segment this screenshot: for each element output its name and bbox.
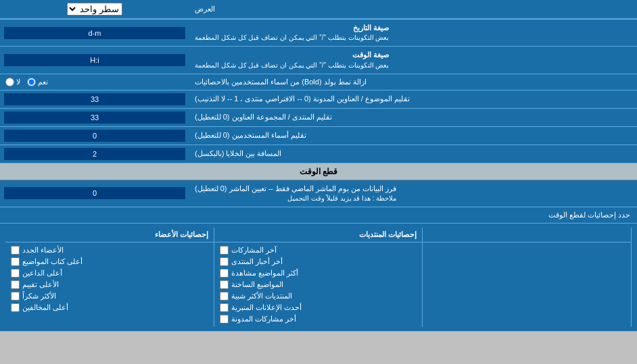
list-item: الأكثر شكراً <box>11 290 208 302</box>
checkbox-most-thanked[interactable] <box>11 292 20 301</box>
fetch-row: فرز البيانات من يوم الماشر الماضي فقط --… <box>0 180 637 207</box>
fetch-label: فرز البيانات من يوم الماشر الماضي فقط --… <box>189 180 637 207</box>
list-item: أخر أخبار المنتدى <box>220 256 417 267</box>
list-item: آخر المشاركات <box>220 244 417 256</box>
forum-topic-label: تقليم الموضوع / العناوين المدونة (0 -- ا… <box>189 90 637 108</box>
forum-group-label: تقليم المنتدى / المجموعة العناوين (0 للت… <box>189 109 637 126</box>
list-item: المنتديات الأكثر شبية <box>220 290 417 302</box>
checkbox-announcements[interactable] <box>220 303 229 312</box>
checkbox-popular-forums[interactable] <box>220 292 229 301</box>
checkbox-forum-news[interactable] <box>220 257 229 266</box>
time-section-title: قطع الوقت <box>0 163 637 180</box>
checkboxes-section: إحصائيات المنتديات إحصائيات الأعضاء آخر … <box>0 224 637 332</box>
date-format-input[interactable] <box>4 27 185 39</box>
bold-yes-label[interactable]: نعم <box>27 78 48 86</box>
bold-row: ازالة نمط بولد (Bold) من اسماء المستخدمي… <box>0 74 637 90</box>
list-item: الأعلى تقييم <box>11 279 208 290</box>
bold-no-label[interactable]: لا <box>5 78 20 86</box>
forum-topic-row: تقليم الموضوع / العناوين المدونة (0 -- ا… <box>0 90 637 109</box>
distance-input[interactable] <box>4 148 185 160</box>
forum-topic-input-container <box>0 90 189 108</box>
checkbox-grid: آخر المشاركات أخر أخبار المنتدى أكثر الم… <box>5 242 632 327</box>
list-item: أحدث الإعلانات المنبرية <box>220 302 417 313</box>
fetch-input-container <box>0 180 189 207</box>
trim-users-input[interactable] <box>4 130 185 142</box>
header-select-container: سطر واحدسطرينثلاثة أسطر <box>0 0 189 18</box>
checkbox-top-rated[interactable] <box>11 280 20 289</box>
list-item: أخر مشاركات المدونة <box>220 313 417 325</box>
checkbox-blog-posts[interactable] <box>220 315 229 323</box>
distance-row: المسافة بين الخلايا (بالبكسل) <box>0 145 637 163</box>
checkbox-headers: إحصائيات المنتديات إحصائيات الأعضاء <box>5 228 632 242</box>
time-format-label: صيغة الوقت بعض التكوينات يتطلب "/" التي … <box>189 47 637 73</box>
trim-users-input-container <box>0 127 189 145</box>
trim-users-row: تقليم أسماء المستخدمين (0 للتعطيل) <box>0 127 637 145</box>
list-item: أعلى كتاب المواضيع <box>11 256 208 267</box>
header-label: العرض <box>189 0 637 18</box>
list-item: أعلى المخالفين <box>11 302 208 313</box>
forum-topic-input[interactable] <box>4 93 185 105</box>
checkbox-col2: آخر المشاركات أخر أخبار المنتدى أكثر الم… <box>214 242 423 327</box>
limit-row: حدد إحصائيات لقطع الوقت <box>0 207 637 224</box>
time-format-input[interactable] <box>4 54 185 66</box>
bold-radio-container: نعم لا <box>0 74 189 90</box>
time-format-input-container <box>0 47 189 73</box>
date-format-input-container <box>0 20 189 46</box>
checkbox-last-posts[interactable] <box>220 246 229 255</box>
distance-label: المسافة بين الخلايا (بالبكسل) <box>189 145 637 163</box>
checkbox-hot-topics[interactable] <box>220 280 229 289</box>
header-row: العرض سطر واحدسطرينثلاثة أسطر <box>0 0 637 20</box>
col1-header: إحصائيات الأعضاء <box>5 228 214 242</box>
time-format-row: صيغة الوقت بعض التكوينات يتطلب "/" التي … <box>0 47 637 74</box>
forum-group-input-container <box>0 109 189 126</box>
fetch-input[interactable] <box>4 187 185 199</box>
date-format-label: صيغة التاريخ بعض التكوينات يتطلب "/" الت… <box>189 20 637 46</box>
distance-input-container <box>0 145 189 163</box>
display-select[interactable]: سطر واحدسطرينثلاثة أسطر <box>67 3 122 16</box>
col3-header <box>423 228 632 242</box>
trim-users-label: تقليم أسماء المستخدمين (0 للتعطيل) <box>189 127 637 145</box>
list-item: أعلى الداعين <box>11 267 208 279</box>
forum-group-row: تقليم المنتدى / المجموعة العناوين (0 للت… <box>0 109 637 127</box>
checkbox-new-members[interactable] <box>11 246 20 255</box>
list-item: المواضيع الساخنة <box>220 279 417 290</box>
checkbox-most-viewed[interactable] <box>220 269 229 278</box>
date-format-row: صيغة التاريخ بعض التكوينات يتطلب "/" الت… <box>0 20 637 47</box>
list-item: الأعضاء الجدد <box>11 244 208 256</box>
checkbox-top-violators[interactable] <box>11 303 20 312</box>
bold-no-radio[interactable] <box>5 78 14 86</box>
checkbox-top-posters[interactable] <box>11 257 20 266</box>
checkbox-top-referrers[interactable] <box>11 269 20 278</box>
list-item: أكثر المواضيع مشاهدة <box>220 267 417 279</box>
forum-group-input[interactable] <box>4 111 185 124</box>
checkbox-col1: الأعضاء الجدد أعلى كتاب المواضيع أعلى ال… <box>5 242 214 327</box>
bold-yes-radio[interactable] <box>27 78 36 86</box>
bold-label: ازالة نمط بولد (Bold) من اسماء المستخدمي… <box>189 74 637 90</box>
col2-header: إحصائيات المنتديات <box>214 228 423 242</box>
checkbox-col3 <box>423 242 632 327</box>
